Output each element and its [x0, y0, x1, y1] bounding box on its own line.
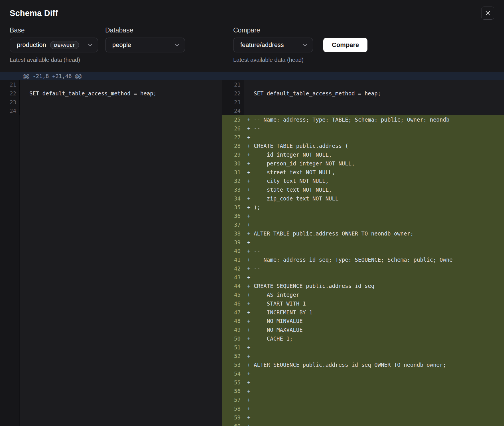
database-select[interactable]: people	[105, 38, 185, 52]
diff-sign: +	[244, 396, 254, 404]
diff-line-added: 55+	[222, 378, 504, 387]
code-text	[254, 273, 504, 282]
default-badge: DEFAULT	[50, 41, 79, 49]
diff-line-added: 38+ALTER TABLE public.address OWNER TO n…	[222, 229, 504, 238]
diff-sign: +	[244, 203, 254, 212]
diff-sign: +	[244, 229, 254, 238]
base-label: Base	[10, 26, 98, 34]
diff-sign	[244, 106, 254, 115]
compare-hint: Latest available data (head)	[233, 56, 313, 63]
diff-line-context: 23	[222, 98, 504, 107]
diff-sign	[20, 106, 29, 115]
code-text: --	[254, 106, 504, 115]
diff-sign: +	[244, 194, 254, 203]
compare-branch-select[interactable]: feature/address	[233, 38, 313, 52]
code-text: --	[254, 264, 504, 273]
controls-bar: Base production DEFAULT Latest available…	[0, 26, 504, 63]
line-number-gutter	[0, 80, 20, 426]
chevron-down-icon	[87, 42, 93, 48]
line-number: 57	[222, 396, 244, 404]
code-text: -- Name: address; Type: TABLE; Schema: p…	[254, 115, 504, 124]
code-text: INCREMENT BY 1	[254, 308, 504, 317]
code-text: id integer NOT NULL,	[254, 150, 504, 159]
line-number: 26	[222, 124, 244, 133]
diff-sign: +	[244, 133, 254, 142]
line-number: 53	[222, 361, 244, 369]
line-number: 50	[222, 334, 244, 343]
chevron-down-icon	[174, 42, 180, 48]
line-number: 60	[222, 422, 244, 426]
code-text: START WITH 1	[254, 299, 504, 308]
diff-line-added: 33+ state text NOT NULL,	[222, 185, 504, 194]
line-number: 35	[222, 203, 244, 212]
diff-sign: +	[244, 247, 254, 255]
diff-sign: +	[244, 352, 254, 361]
line-number: 29	[222, 150, 244, 159]
line-number: 55	[222, 378, 244, 387]
diff-view: @@ -21,8 +21,46 @@ 2122SET default_table…	[0, 72, 504, 426]
diff-sign: +	[244, 404, 254, 413]
diff-sign: +	[244, 325, 254, 334]
diff-sign	[20, 89, 29, 98]
diff-sign: +	[244, 185, 254, 194]
close-button[interactable]	[481, 7, 494, 20]
diff-sign: +	[244, 168, 254, 177]
line-number: 37	[222, 220, 244, 229]
code-text	[29, 80, 222, 89]
diff-sign: +	[244, 238, 254, 247]
diff-sign	[20, 80, 29, 89]
diff-line-added: 40+--	[222, 247, 504, 255]
line-number: 21	[222, 80, 244, 89]
code-text: CREATE TABLE public.address (	[254, 142, 504, 150]
diff-line-added: 42+--	[222, 264, 504, 273]
compare-button[interactable]: Compare	[323, 38, 367, 52]
diff-sign: +	[244, 273, 254, 282]
line-number: 32	[222, 177, 244, 185]
base-branch-select[interactable]: production DEFAULT	[10, 38, 98, 52]
diff-line-added: 49+ NO MAXVALUE	[222, 325, 504, 334]
line-number: 56	[222, 387, 244, 396]
base-section: Base production DEFAULT Latest available…	[10, 26, 98, 63]
close-icon	[485, 10, 491, 16]
line-number: 23	[222, 98, 244, 107]
line-number: 49	[222, 325, 244, 334]
diff-line-added: 34+ zip_code text NOT NULL	[222, 194, 504, 203]
diff-sign: +	[244, 282, 254, 290]
base-branch-value: production	[17, 41, 46, 49]
diff-line-added: 41+-- Name: address_id_seq; Type: SEQUEN…	[222, 255, 504, 264]
line-number: 43	[222, 273, 244, 282]
diff-sign: +	[244, 422, 254, 426]
database-label: Database	[105, 26, 185, 34]
diff-sign: +	[244, 334, 254, 343]
database-value: people	[112, 41, 131, 49]
diff-sign	[244, 80, 254, 89]
line-number: 45	[222, 290, 244, 299]
database-section: Database people	[105, 26, 185, 52]
diff-line-added: 30+ person_id integer NOT NULL,	[222, 159, 504, 168]
compare-action: Compare	[323, 26, 367, 52]
line-number: 47	[222, 308, 244, 317]
code-text: --	[254, 124, 504, 133]
diff-line-added: 28+CREATE TABLE public.address (	[222, 142, 504, 150]
diff-sign: +	[244, 212, 254, 220]
diff-sign	[244, 98, 254, 107]
compare-section: Compare feature/address Latest available…	[233, 26, 313, 63]
line-number: 40	[222, 247, 244, 255]
diff-line-added: 36+	[222, 212, 504, 220]
diff-pane-base[interactable]: 2122SET default_table_access_method = he…	[0, 80, 222, 426]
diff-pane-compare[interactable]: 2122SET default_table_access_method = he…	[222, 80, 504, 426]
line-number: 48	[222, 317, 244, 325]
line-number: 24	[222, 106, 244, 115]
diff-sign: +	[244, 115, 254, 124]
chevron-down-icon	[302, 42, 308, 48]
diff-sign: +	[244, 369, 254, 378]
diff-line-added: 53+ALTER SEQUENCE public.address_id_seq …	[222, 361, 504, 369]
diff-line-context: 22SET default_table_access_method = heap…	[222, 89, 504, 98]
line-number: 54	[222, 369, 244, 378]
code-text	[254, 413, 504, 422]
diff-sign: +	[244, 290, 254, 299]
diff-line-context: 21	[0, 80, 222, 89]
line-number: 39	[222, 238, 244, 247]
code-text: ALTER TABLE public.address OWNER TO neon…	[254, 229, 504, 238]
diff-line-context: 24--	[222, 106, 504, 115]
